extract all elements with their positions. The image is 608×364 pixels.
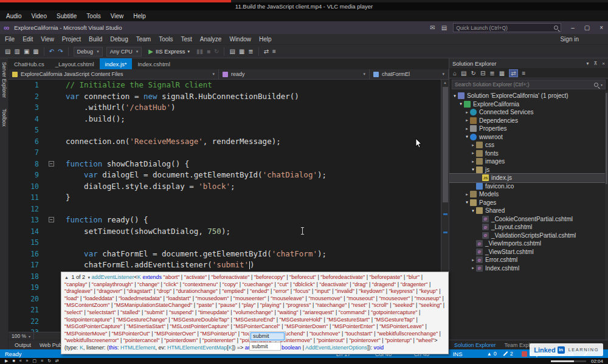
vlc-seekbar-elapsed[interactable] <box>0 0 231 2</box>
tree-item[interactable]: ▾Solution 'ExploreCalifornia' (1 project… <box>449 92 608 100</box>
vlc-menu-item[interactable]: Tools <box>86 13 100 19</box>
pin-icon[interactable]: ⊼ <box>593 61 597 66</box>
tree-item[interactable]: ▾Pages <box>449 199 608 207</box>
next-icon[interactable]: » <box>26 358 29 364</box>
code-line[interactable]: 14 setTimeout(showChatDialog, 750); <box>9 226 449 238</box>
tree-item[interactable]: favicon.ico <box>449 182 608 191</box>
code-line[interactable]: 8−function showChatDialog() { <box>9 159 449 170</box>
tree-item[interactable]: ▾ExploreCalifornia <box>449 100 608 109</box>
scrollbar-up-icon[interactable]: ▴ <box>441 80 449 86</box>
vs-menu-item[interactable]: Analyze <box>200 36 222 43</box>
vs-menu-item[interactable]: View <box>41 36 54 43</box>
tree-item[interactable]: ▾Shared <box>449 207 608 215</box>
tab-solution-explorer[interactable]: Solution Explorer <box>454 342 496 348</box>
vlc-menu-item[interactable]: Help <box>133 13 146 19</box>
code-line[interactable]: 10 dialogEl.style.display = 'block'; <box>9 181 449 193</box>
new-file-icon[interactable]: ▤ <box>5 48 10 55</box>
code-line[interactable]: 6connection.on('ReceiveMessage', renderM… <box>9 136 449 148</box>
tree-item[interactable]: ▸Models <box>449 190 608 199</box>
shuffle-icon[interactable]: ⇄ <box>55 358 59 364</box>
sign-in-link[interactable]: Sign in <box>560 36 579 43</box>
completion-list[interactable]: submit <box>249 331 286 342</box>
settings-icon[interactable]: ≡ <box>522 70 526 77</box>
feedback-icon[interactable]: ✉ <box>430 24 435 31</box>
solution-configuration-dropdown[interactable]: Debug ▾ <box>74 47 103 57</box>
tree-item[interactable]: ▸Dependencies <box>449 117 608 125</box>
find-in-files-icon[interactable]: ▤ <box>229 48 235 55</box>
show-all-files-icon[interactable]: ▦ <box>499 70 505 77</box>
expander-icon[interactable]: ▾ <box>452 94 458 98</box>
save-all-icon[interactable]: ▦ <box>33 48 38 55</box>
tab-output[interactable]: Output <box>15 342 31 348</box>
project-context-dropdown[interactable]: ExploreCalifornia JavaScript Content Fil… <box>9 69 219 79</box>
tree-item[interactable]: ▸Error.cshtml <box>449 256 608 264</box>
fold-collapse-icon[interactable]: − <box>49 217 54 222</box>
code-line[interactable]: 7 <box>9 147 449 159</box>
tab-index-js[interactable]: index.js* <box>100 58 133 69</box>
tree-item[interactable]: _ValidationScriptsPartial.cshtml <box>449 232 608 240</box>
code-line[interactable]: 2var connection = new signalR.HubConnect… <box>9 91 449 103</box>
expander-icon[interactable]: ▾ <box>464 134 470 139</box>
bookmark-icon[interactable]: ≣ <box>248 48 253 55</box>
close-button[interactable]: × <box>599 24 603 31</box>
expander-icon[interactable]: ▾ <box>458 101 464 106</box>
code-line[interactable]: 16 var chatFormEl = document.getElementB… <box>9 249 449 260</box>
tree-item[interactable]: _CookieConsentPartial.cshtml <box>449 215 608 224</box>
zoom-control[interactable]: 100 % ▾ <box>9 332 34 340</box>
tree-item[interactable]: _Layout.cshtml <box>449 223 608 232</box>
code-line[interactable]: 15 <box>9 237 449 249</box>
vs-menu-item[interactable]: Test <box>181 36 192 43</box>
tree-item[interactable]: ▸css <box>449 141 608 149</box>
vlc-menu-item[interactable]: Video <box>32 13 47 19</box>
completion-item-submit[interactable]: submit <box>250 332 285 340</box>
code-line[interactable]: 1// Initialize the SignalR client <box>9 80 449 91</box>
fold-collapse-icon[interactable]: − <box>49 161 54 167</box>
play-icon[interactable]: ▶ <box>5 358 8 364</box>
expander-icon[interactable]: ▸ <box>464 118 470 123</box>
tree-item[interactable]: ▸fonts <box>449 149 608 158</box>
tree-item[interactable]: ▸Connected Services <box>449 108 608 117</box>
code-line[interactable]: 5 <box>9 125 449 136</box>
expander-icon[interactable]: ▸ <box>470 258 476 263</box>
tree-item[interactable]: _ViewImports.cshtml <box>449 239 608 248</box>
vs-menu-item[interactable]: File <box>5 36 15 43</box>
start-debugging-button[interactable]: ▶ IIS Express ▾ <box>145 48 193 55</box>
expander-icon[interactable]: ▸ <box>470 143 476 148</box>
vs-menu-item[interactable]: Project <box>62 36 81 43</box>
vs-menu-item[interactable]: Edit <box>22 36 33 43</box>
tree-item[interactable]: ▸Properties <box>449 125 608 133</box>
expander-icon[interactable]: ▸ <box>464 110 470 115</box>
vs-menu-item[interactable]: Debug <box>110 36 128 43</box>
fullscreen-icon[interactable]: ▢ <box>32 358 36 364</box>
vs-menu-item[interactable]: Build <box>89 36 102 43</box>
tree-item[interactable]: ▾wwwroot <box>449 133 608 142</box>
overload-down-icon[interactable]: ▾ <box>88 275 91 280</box>
save-icon[interactable]: ▣ <box>24 48 29 55</box>
redo-icon[interactable]: ↷ <box>58 48 63 55</box>
vlc-menu-item[interactable]: Subtitle <box>57 13 77 19</box>
tool-window-tab[interactable]: Server Explorer <box>1 62 7 98</box>
tree-item[interactable]: ▸images <box>449 157 608 166</box>
refresh-icon[interactable]: ↻ <box>471 70 476 77</box>
expander-icon[interactable]: ▾ <box>470 208 476 213</box>
minimize-button[interactable]: – <box>571 24 575 31</box>
tree-item[interactable]: index.js <box>449 174 608 182</box>
tree-item[interactable]: ▸Index.cshtml <box>449 264 608 273</box>
expander-icon[interactable]: ▸ <box>470 151 476 156</box>
solution-platform-dropdown[interactable]: Any CPU ▾ <box>106 47 142 57</box>
field-dropdown[interactable]: chatFormEl ▾ <box>370 69 449 79</box>
properties-icon[interactable]: ≣ <box>489 70 494 77</box>
type-member-dropdown[interactable]: ready ▾ <box>219 69 370 79</box>
window-menu-icon[interactable]: ▾ <box>586 61 589 66</box>
expander-icon[interactable]: ▾ <box>464 200 470 205</box>
vs-menu-item[interactable]: Help <box>259 36 272 43</box>
code-line[interactable]: 12 <box>9 204 449 215</box>
panel-scrollbar[interactable] <box>605 91 608 340</box>
scrollbar-thumb[interactable] <box>443 87 448 202</box>
previous-icon[interactable]: « <box>19 358 22 364</box>
pending-changes-filter-icon[interactable]: ▤ <box>461 70 466 77</box>
vs-menu-item[interactable]: Team <box>136 36 151 43</box>
code-line[interactable]: 13−function ready() { <box>9 215 449 226</box>
expander-icon[interactable]: ▸ <box>464 192 470 197</box>
playlist-icon[interactable]: ≡ <box>41 358 43 364</box>
